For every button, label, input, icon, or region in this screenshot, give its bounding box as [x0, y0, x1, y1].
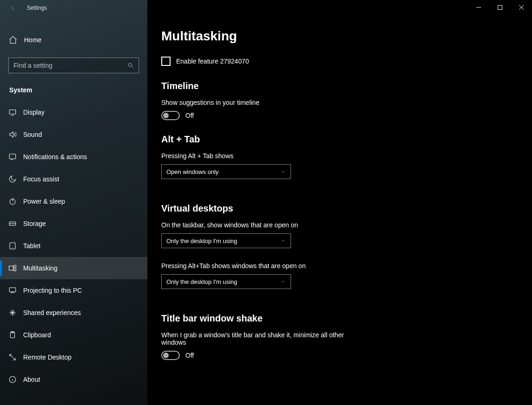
svg-rect-9: [9, 288, 16, 292]
app-title: Settings: [27, 5, 47, 11]
window-controls: [468, 0, 532, 15]
nav-item-power-sleep[interactable]: Power & sleep: [0, 190, 147, 212]
nav-label: Notifications & actions: [23, 153, 87, 161]
nav-label: Focus assist: [23, 175, 59, 183]
svg-point-0: [128, 63, 132, 66]
nav-label: Power & sleep: [23, 198, 65, 205]
nav-item-sound[interactable]: Sound: [0, 123, 147, 146]
projecting-icon: [8, 286, 17, 295]
nav-item-tablet[interactable]: Tablet: [0, 235, 147, 257]
svg-rect-8: [14, 269, 16, 271]
feature-checkbox[interactable]: [161, 57, 171, 66]
vd-alttab-select[interactable]: Only the desktop I'm using: [161, 274, 291, 289]
chevron-down-icon: [280, 238, 286, 244]
nav-item-multitasking[interactable]: Multitasking: [0, 257, 147, 279]
sidebar: Settings Home System Display Sound: [0, 0, 147, 405]
svg-rect-6: [9, 266, 13, 270]
alttab-select[interactable]: Open windows only: [161, 164, 291, 179]
nav-label: Multitasking: [23, 264, 57, 272]
titlebar: Settings: [0, 0, 147, 16]
category-label: System: [0, 73, 147, 94]
nav-label: Storage: [23, 220, 46, 227]
alttab-heading: Alt + Tab: [161, 134, 500, 145]
alttab-value: Open windows only: [166, 168, 219, 175]
svg-rect-13: [498, 6, 502, 10]
shake-state: Off: [185, 352, 194, 359]
tablet-icon: [8, 242, 17, 250]
minimize-button[interactable]: [468, 0, 489, 15]
shake-toggle-row: Off: [161, 351, 500, 360]
nav-label: Clipboard: [23, 331, 51, 339]
page-title: Multitasking: [161, 29, 500, 44]
back-button[interactable]: [7, 5, 19, 11]
vd-taskbar-value: Only the desktop I'm using: [166, 238, 237, 244]
sound-icon: [8, 130, 17, 139]
shake-label: When I grab a window's title bar and sha…: [161, 331, 347, 346]
vd-alttab-value: Only the desktop I'm using: [166, 278, 237, 285]
power-icon: [8, 197, 17, 206]
timeline-suggestions-label: Show suggestions in your timeline: [161, 99, 500, 106]
shake-heading: Title bar window shake: [161, 313, 500, 324]
chevron-down-icon: [280, 279, 286, 284]
timeline-suggestions-toggle[interactable]: [161, 111, 180, 120]
chevron-down-icon: [280, 169, 286, 174]
page-body: Multitasking Enable feature 27924070 Tim…: [147, 0, 500, 360]
nav-item-storage[interactable]: Storage: [0, 212, 147, 235]
alttab-label: Pressing Alt + Tab shows: [161, 152, 500, 160]
settings-window: Settings Home System Display Sound: [0, 0, 532, 405]
nav-list: Display Sound Notifications & actions Fo…: [0, 101, 147, 391]
search-field[interactable]: [13, 62, 127, 69]
nav-label: Sound: [23, 131, 42, 138]
focus-assist-icon: [8, 175, 17, 183]
multitasking-icon: [8, 264, 17, 272]
timeline-heading: Timeline: [161, 81, 500, 91]
nav-label: Shared experiences: [23, 309, 81, 316]
shake-toggle[interactable]: [161, 351, 180, 360]
nav-label: Remote Desktop: [23, 354, 71, 361]
nav-label: Display: [23, 109, 44, 116]
storage-icon: [8, 219, 17, 228]
search-icon: [127, 62, 134, 69]
vd-taskbar-select[interactable]: Only the desktop I'm using: [161, 233, 291, 248]
nav-item-display[interactable]: Display: [0, 101, 147, 123]
nav-item-shared-experiences[interactable]: Shared experiences: [0, 302, 147, 324]
notifications-icon: [8, 153, 17, 161]
display-icon: [8, 108, 17, 116]
close-button[interactable]: [511, 0, 532, 15]
maximize-button[interactable]: [489, 0, 511, 15]
nav-label: About: [23, 376, 40, 383]
timeline-suggestions-state: Off: [185, 112, 194, 119]
home-label: Home: [24, 36, 41, 44]
home-button[interactable]: Home: [0, 29, 147, 51]
search-input[interactable]: [8, 58, 139, 73]
about-icon: [8, 375, 17, 384]
svg-rect-1: [9, 110, 16, 114]
nav-label: Projecting to this PC: [23, 287, 82, 294]
nav-item-focus-assist[interactable]: Focus assist: [0, 168, 147, 190]
nav-item-notifications[interactable]: Notifications & actions: [0, 146, 147, 168]
feature-checkbox-row: Enable feature 27924070: [161, 57, 500, 66]
vd-taskbar-label: On the taskbar, show windows that are op…: [161, 221, 500, 229]
remote-desktop-icon: [8, 353, 17, 361]
svg-rect-7: [14, 265, 16, 268]
content-pane: Multitasking Enable feature 27924070 Tim…: [147, 0, 532, 405]
svg-rect-2: [9, 154, 16, 159]
shared-experiences-icon: [8, 309, 17, 317]
nav-label: Tablet: [23, 242, 40, 250]
home-icon: [8, 35, 18, 45]
vd-alttab-label: Pressing Alt+Tab shows windows that are …: [161, 262, 500, 270]
nav-item-about[interactable]: About: [0, 368, 147, 391]
clipboard-icon: [8, 331, 17, 339]
timeline-suggestions-toggle-row: Off: [161, 111, 500, 120]
nav-item-clipboard[interactable]: Clipboard: [0, 324, 147, 346]
virtualdesktops-heading: Virtual desktops: [161, 203, 500, 214]
feature-checkbox-label: Enable feature 27924070: [176, 58, 249, 65]
nav-item-projecting[interactable]: Projecting to this PC: [0, 279, 147, 302]
nav-item-remote-desktop[interactable]: Remote Desktop: [0, 346, 147, 368]
